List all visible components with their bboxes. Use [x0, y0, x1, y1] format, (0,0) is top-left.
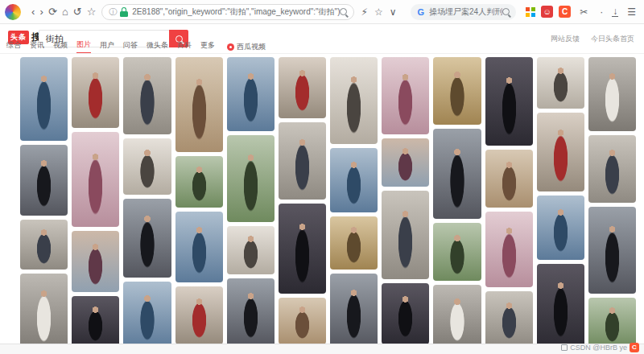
watermark-frame-icon: [561, 344, 568, 351]
grid-column-0: [20, 57, 68, 344]
screenshot-scissors-icon[interactable]: ✂: [580, 4, 588, 20]
refresh-icon[interactable]: ⟳: [48, 5, 57, 19]
photo-thumbnail[interactable]: [72, 296, 119, 344]
photo-thumbnail[interactable]: [537, 57, 584, 109]
grid-column-5: [279, 57, 326, 344]
photo-thumbnail[interactable]: [588, 135, 636, 203]
grid-column-6: [330, 57, 378, 344]
photo-thumbnail[interactable]: [279, 204, 326, 294]
bookmark-star-icon[interactable]: ☆: [87, 5, 97, 19]
photo-thumbnail[interactable]: [227, 57, 275, 131]
photo-thumbnail[interactable]: [433, 129, 481, 219]
watermark: CSDN @HBrB ye C: [561, 343, 639, 352]
tab-6[interactable]: 微头条: [147, 40, 168, 53]
url-search-icon[interactable]: [340, 8, 347, 15]
photo-thumbnail[interactable]: [72, 231, 119, 292]
xigua-promo-link[interactable]: 西瓜视频: [227, 42, 266, 52]
emoji-extension-icon[interactable]: ☺: [541, 6, 553, 18]
back-icon[interactable]: ‹: [31, 5, 35, 19]
search-tabs: 综合资讯视频图片用户问答微头条百科更多西瓜视频: [6, 40, 638, 53]
grid-column-4: [227, 57, 275, 344]
lightning-icon[interactable]: ⚡: [361, 4, 367, 20]
photo-thumbnail[interactable]: [485, 291, 533, 344]
photo-thumbnail[interactable]: [537, 113, 584, 191]
photo-thumbnail[interactable]: [588, 298, 636, 344]
tab-2[interactable]: 视频: [53, 40, 68, 53]
photo-thumbnail[interactable]: [227, 135, 275, 222]
grid-column-1: [72, 57, 119, 344]
google-icon: G: [417, 7, 424, 17]
photo-thumbnail[interactable]: [20, 274, 68, 344]
photo-thumbnail[interactable]: [485, 150, 533, 208]
apps-grid-cell: [526, 7, 530, 11]
photo-thumbnail[interactable]: [123, 138, 171, 195]
xigua-icon: [227, 43, 234, 51]
chevron-down-icon[interactable]: ∨: [390, 4, 397, 20]
browser-logo-icon[interactable]: [5, 4, 21, 20]
photo-thumbnail[interactable]: [123, 199, 171, 278]
photo-thumbnail[interactable]: [72, 57, 119, 128]
photo-thumbnail[interactable]: [330, 57, 378, 144]
favorite-star-icon[interactable]: ☆: [374, 4, 383, 20]
photo-thumbnail[interactable]: [485, 57, 533, 146]
url-text[interactable]: 2E8188","origin_keyword":"街拍","image_key…: [132, 6, 340, 18]
photo-thumbnail[interactable]: [20, 57, 68, 141]
photo-thumbnail[interactable]: [227, 226, 275, 274]
photo-thumbnail[interactable]: [330, 148, 378, 212]
apps-grid-icon[interactable]: [526, 7, 535, 17]
photo-thumbnail[interactable]: [123, 282, 171, 344]
photo-thumbnail[interactable]: [382, 138, 429, 187]
photo-thumbnail[interactable]: [588, 207, 636, 294]
photo-thumbnail[interactable]: [537, 196, 584, 260]
address-bar[interactable]: ⓘ 2E8188","origin_keyword":"街拍","image_k…: [101, 4, 354, 20]
grid-column-11: [588, 57, 636, 344]
quick-search-query[interactable]: 操场埋尸案24人判刑: [429, 6, 502, 18]
quick-search-box[interactable]: G 操场埋尸案24人判刑: [411, 4, 516, 20]
home-icon[interactable]: ⌂: [62, 5, 68, 19]
photo-thumbnail[interactable]: [175, 286, 223, 344]
photo-thumbnail[interactable]: [382, 191, 429, 279]
photo-thumbnail[interactable]: [330, 274, 378, 344]
tab-0[interactable]: 综合: [6, 40, 21, 53]
photo-thumbnail[interactable]: [123, 57, 171, 134]
apps-grid-cell: [531, 7, 535, 11]
menu-icon[interactable]: ☰: [627, 4, 636, 20]
photo-thumbnail[interactable]: [20, 145, 68, 216]
photo-thumbnail[interactable]: [485, 212, 533, 287]
secure-lock-icon: [120, 7, 128, 17]
photo-thumbnail[interactable]: [382, 283, 429, 344]
tab-3[interactable]: 图片: [76, 39, 91, 54]
photo-thumbnail[interactable]: [279, 122, 326, 200]
apps-grid-cell: [526, 13, 530, 17]
quick-search-icon[interactable]: [502, 8, 510, 15]
bottom-strip: [0, 344, 644, 354]
download-icon[interactable]: ↓: [612, 6, 618, 17]
tab-1[interactable]: 资讯: [30, 40, 44, 53]
photo-thumbnail[interactable]: [279, 298, 326, 344]
grid-column-8: [433, 57, 481, 344]
site-info-icon[interactable]: ⓘ: [109, 6, 117, 18]
photo-thumbnail[interactable]: [175, 212, 223, 282]
photo-thumbnail[interactable]: [279, 57, 326, 118]
tab-5[interactable]: 问答: [123, 40, 138, 53]
photo-thumbnail[interactable]: [537, 264, 584, 344]
photo-thumbnail[interactable]: [433, 285, 481, 344]
photo-thumbnail[interactable]: [433, 223, 481, 281]
tab-4[interactable]: 用户: [100, 40, 114, 53]
csdn-extension-icon[interactable]: C: [559, 6, 571, 18]
photo-thumbnail[interactable]: [433, 57, 481, 125]
photo-thumbnail[interactable]: [72, 132, 119, 227]
photo-thumbnail[interactable]: [175, 156, 223, 208]
grid-column-7: [382, 57, 429, 344]
tab-7[interactable]: 百科: [177, 40, 192, 53]
photo-thumbnail[interactable]: [330, 216, 378, 270]
photo-thumbnail[interactable]: [20, 220, 68, 270]
photo-thumbnail[interactable]: [175, 57, 223, 152]
photo-thumbnail[interactable]: [382, 57, 429, 134]
forward-icon[interactable]: ›: [39, 5, 43, 19]
tab-8[interactable]: 更多: [200, 40, 215, 53]
restore-icon[interactable]: ↺: [73, 5, 82, 19]
photo-thumbnail[interactable]: [588, 57, 636, 131]
photo-thumbnail[interactable]: [227, 278, 275, 344]
csdn-logo-icon: C: [630, 343, 639, 352]
